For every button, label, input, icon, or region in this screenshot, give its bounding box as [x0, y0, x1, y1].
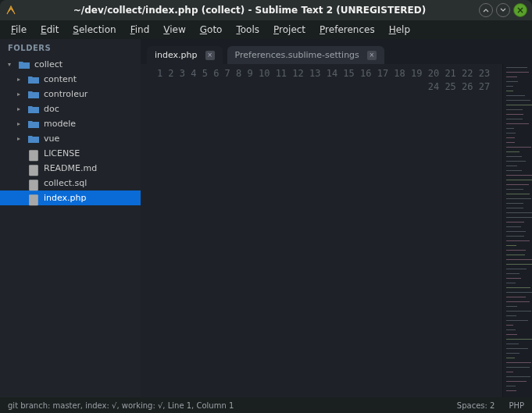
- editor: index.php×Preferences.sublime-settings× …: [141, 39, 532, 397]
- menu-view[interactable]: View: [157, 22, 191, 37]
- sidebar-item-index-php[interactable]: index.php: [0, 190, 141, 205]
- menu-project[interactable]: Project: [267, 22, 312, 37]
- svg-rect-0: [29, 150, 38, 161]
- expand-arrow-icon: ▸: [17, 120, 23, 127]
- minimap[interactable]: [502, 64, 532, 397]
- file-icon: [28, 194, 39, 203]
- svg-rect-2: [29, 180, 38, 190]
- sidebar-item-label: README.md: [44, 163, 97, 173]
- status-git: git branch: master, index: √, working: √…: [8, 401, 443, 410]
- sidebar-item-modele[interactable]: ▸modele: [0, 116, 141, 131]
- sidebar-item-doc[interactable]: ▸doc: [0, 101, 141, 116]
- app-icon: [5, 4, 17, 16]
- expand-arrow-icon: ▸: [17, 105, 23, 112]
- sidebar-item-label: content: [44, 74, 77, 84]
- sidebar-item-vue[interactable]: ▸vue: [0, 131, 141, 146]
- expand-arrow-icon: ▸: [17, 76, 23, 83]
- menu-selection[interactable]: Selection: [66, 22, 122, 37]
- folder-icon: [28, 75, 39, 84]
- sidebar-item-label: index.php: [44, 193, 87, 203]
- svg-rect-3: [29, 194, 38, 205]
- sidebar-item-label: collect.sql: [44, 178, 87, 188]
- close-button[interactable]: ×: [513, 3, 527, 17]
- sidebar: FOLDERS ▾ collect ▸content▸controleur▸do…: [0, 39, 141, 397]
- file-icon: [28, 179, 39, 188]
- expand-arrow-icon: ▾: [8, 61, 14, 68]
- close-icon[interactable]: ×: [205, 51, 215, 60]
- status-lang[interactable]: PHP: [509, 401, 524, 410]
- folder-icon: [28, 119, 39, 129]
- sidebar-item-label: controleur: [44, 89, 87, 99]
- menu-preferences[interactable]: Preferences: [313, 22, 381, 37]
- window-title: ~/dev/collect/index.php (collect) - Subl…: [23, 5, 476, 16]
- gutter: 1 2 3 4 5 6 7 8 9 10 11 12 13 14 15 16 1…: [141, 64, 498, 397]
- menu-edit[interactable]: Edit: [34, 22, 65, 37]
- tab-label: Preferences.sublime-settings: [235, 50, 359, 60]
- status-bar: git branch: master, index: √, working: √…: [0, 397, 532, 413]
- sidebar-header: FOLDERS: [0, 39, 141, 57]
- sidebar-item-collect-sql[interactable]: collect.sql: [0, 176, 141, 190]
- sidebar-item-label: modele: [44, 119, 76, 129]
- sidebar-item-label: doc: [44, 104, 59, 114]
- tab-strip: index.php×Preferences.sublime-settings×: [141, 39, 532, 64]
- folder-icon: [19, 60, 30, 69]
- tab-label: index.php: [155, 50, 198, 60]
- close-icon[interactable]: ×: [367, 51, 377, 60]
- file-icon: [28, 164, 39, 173]
- code-area[interactable]: 1 2 3 4 5 6 7 8 9 10 11 12 13 14 15 16 1…: [141, 64, 532, 397]
- menu-tools[interactable]: Tools: [230, 22, 266, 37]
- maximize-button[interactable]: [496, 3, 510, 17]
- tab-index-php[interactable]: index.php×: [147, 46, 223, 64]
- sidebar-item-README-md[interactable]: README.md: [0, 161, 141, 176]
- expand-arrow-icon: ▸: [17, 91, 23, 98]
- menu-file[interactable]: File: [5, 22, 33, 37]
- file-icon: [28, 149, 39, 158]
- title-bar: ~/dev/collect/index.php (collect) - Subl…: [0, 0, 532, 20]
- sidebar-item-label: LICENSE: [44, 148, 80, 158]
- tab-Preferences-sublime-settings[interactable]: Preferences.sublime-settings×: [227, 46, 384, 64]
- sidebar-item-content[interactable]: ▸content: [0, 72, 141, 87]
- expand-arrow-icon: ▸: [17, 135, 23, 142]
- sidebar-item-label: vue: [44, 134, 59, 144]
- menu-find[interactable]: Find: [124, 22, 156, 37]
- menu-bar: FileEditSelectionFindViewGotoToolsProjec…: [0, 20, 532, 39]
- sidebar-item-controleur[interactable]: ▸controleur: [0, 87, 141, 101]
- folder-icon: [28, 105, 39, 114]
- folder-icon: [28, 134, 39, 144]
- folder-icon: [28, 90, 39, 99]
- status-spaces[interactable]: Spaces: 2: [457, 401, 495, 410]
- sidebar-root-folder[interactable]: ▾ collect: [0, 57, 141, 72]
- menu-goto[interactable]: Goto: [194, 22, 229, 37]
- minimize-button[interactable]: [479, 3, 493, 17]
- svg-rect-1: [29, 165, 38, 176]
- menu-help[interactable]: Help: [383, 22, 416, 37]
- sidebar-item-label: collect: [34, 59, 62, 69]
- sidebar-item-LICENSE[interactable]: LICENSE: [0, 146, 141, 161]
- main-area: FOLDERS ▾ collect ▸content▸controleur▸do…: [0, 39, 532, 397]
